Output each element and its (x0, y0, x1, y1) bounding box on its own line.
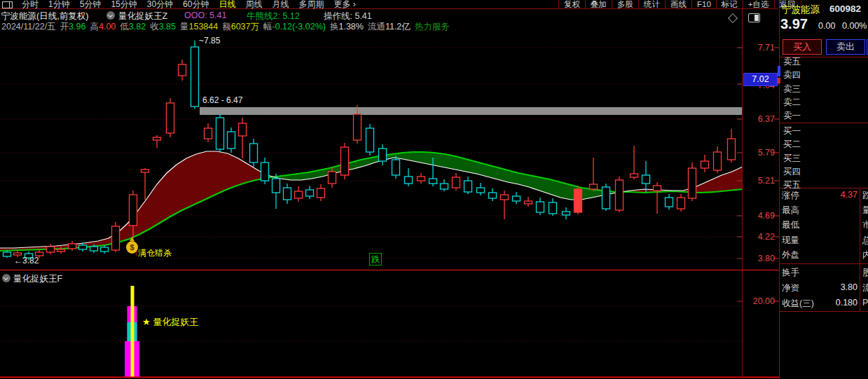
y-axis-label: 6.37 (745, 114, 775, 124)
right-toolbar: 复权叠加多股统计画线F10标记+自选返回 (558, 0, 801, 8)
stat-label-clipped: 流 (862, 282, 868, 294)
indicator-value-operation: 操作线: 5.41 (324, 11, 372, 22)
gray-resistance-bar (200, 107, 742, 115)
y-axis-label: 5.79 (745, 148, 775, 158)
order-book-blue-tick (778, 66, 780, 76)
sub-axis-label: 20.00 (745, 296, 775, 306)
stat-label: 涨停 (782, 190, 799, 202)
gap-range-annotation: 6.62 - 6.47 (202, 95, 242, 105)
period-tab[interactable]: 15分钟 (111, 0, 137, 9)
period-tab[interactable]: 分时 (22, 0, 39, 9)
y-axis-label: 4.69 (745, 211, 775, 221)
period-tab[interactable]: 月线 (272, 0, 289, 9)
toolbar-button[interactable]: 叠加 (585, 0, 612, 8)
indicator-value-ooo: OOO: 5.41 (184, 11, 226, 20)
indicator-value-bull-bear: 牛熊线2: 5.12 (247, 11, 300, 22)
full-position-signal-label: ↑满仓猎杀 (134, 247, 172, 259)
quote-field: 高4.00 (90, 22, 116, 32)
stat-value: 0.180 (806, 298, 857, 308)
fall-marker-badge: 跌 (369, 253, 382, 266)
grid-lines (0, 48, 742, 341)
period-tab[interactable]: 周线 (245, 0, 262, 9)
order-book-red-tick (778, 78, 780, 83)
indicator-name[interactable]: 量化捉妖王Z (118, 11, 167, 22)
indicator-bars (125, 286, 139, 377)
sub-indicator-name[interactable]: 量化捉妖王F (13, 273, 62, 285)
candlesticks[interactable] (4, 41, 736, 260)
main-chart-canvas[interactable] (0, 0, 868, 379)
sub-indicator-dropdown-icon[interactable] (2, 274, 11, 282)
stat-label-clipped: P (862, 298, 868, 308)
tdx-stock-app-window: 分时1分钟5分钟15分钟30分钟60分钟日线周线月线多周期更多 › 复权叠加多股… (0, 0, 868, 379)
toolbar-button[interactable]: 多股 (612, 0, 638, 8)
indicator-dropdown-icon[interactable] (106, 11, 115, 20)
period-tab[interactable]: 更多 › (333, 0, 355, 9)
period-tab[interactable]: 多周期 (298, 0, 324, 9)
stat-label: 换手 (782, 267, 799, 279)
quote-field: 流通11.2亿 (368, 22, 411, 32)
quote-field: 幅-0.12(-3.02%) (263, 22, 326, 32)
bid-level-row[interactable]: 买一 (783, 125, 801, 137)
last-price: 3.97 (780, 16, 808, 32)
stat-label: 最高 (782, 205, 799, 216)
price-change: 0.00 (818, 21, 835, 31)
stat-label-clipped: 市 (862, 219, 868, 231)
quote-field: 2024/11/22/五 (1, 22, 56, 32)
window-icon[interactable] (2, 1, 13, 8)
buy-button[interactable]: 买入 (783, 39, 822, 55)
sub-chart-signal-label: ★ 量化捉妖王 (142, 316, 198, 329)
stat-label-clipped: 内 (862, 249, 868, 261)
y-axis-label: 4.22 (745, 232, 775, 242)
y-axis-label: 5.21 (745, 176, 775, 186)
low-price-annotation: ←3.82 (14, 256, 39, 266)
toolbar-button[interactable]: 复权 (558, 0, 585, 8)
stat-label-clipped: 跌 (862, 190, 868, 202)
y-axis-label: 3.80 (745, 254, 775, 263)
toolbar-button[interactable]: F10 (691, 0, 716, 8)
stat-value: 3.80 (806, 282, 857, 292)
stat-label: 现量 (782, 235, 799, 247)
toolbar-button[interactable]: +自选 (743, 0, 774, 8)
quote-field: 收3.85 (150, 22, 176, 32)
high-price-annotation: ~7.85 (199, 36, 220, 46)
quote-field: 量153844 (180, 22, 218, 32)
sell-button[interactable]: 卖出 (826, 39, 865, 55)
current-price-badge: 7.02 (743, 73, 778, 86)
stat-label-clipped: 总 (862, 235, 868, 247)
period-tab[interactable]: 日线 (219, 0, 235, 9)
daily-quote-info-bar: 2024/11/22/五开3.96高4.00低3.82收3.85量153844额… (1, 22, 450, 32)
quote-field: 额6037万 (222, 22, 259, 32)
period-tab[interactable]: 5分钟 (80, 0, 102, 9)
toolbar-button[interactable]: 统计 (638, 0, 665, 8)
stat-value: 4.37 (806, 190, 857, 200)
toolbar-button[interactable]: 标记 (716, 0, 743, 8)
y-axis-label: 7.71 (745, 43, 775, 53)
bid-level-row[interactable]: 买四 (783, 166, 801, 178)
period-menu: 分时1分钟5分钟15分钟30分钟60分钟日线周线月线多周期更多 › (22, 0, 356, 9)
toolbar-button[interactable]: 画线 (665, 0, 691, 8)
bid-level-row[interactable]: 买二 (783, 139, 801, 151)
ask-level-row[interactable]: 卖一 (783, 110, 801, 122)
stat-label-clipped: 量 (862, 205, 868, 216)
period-tab[interactable]: 30分钟 (147, 0, 173, 9)
panel-toggle-icon[interactable] (748, 13, 760, 22)
quote-field: 低3.82 (120, 22, 146, 32)
quote-field: 热力服务 (415, 22, 450, 32)
stat-label: 外盘 (782, 249, 799, 261)
stat-label: 最低 (782, 219, 799, 231)
period-tab[interactable]: 60分钟 (183, 0, 209, 9)
period-tab[interactable]: 1分钟 (48, 0, 70, 9)
stat-label-clipped: 股 (862, 267, 868, 279)
ask-level-row[interactable]: 卖四 (783, 69, 801, 81)
price-change-percent: 0.00% (842, 21, 867, 31)
instrument-title: 宁波能源(日线,前复权) (1, 11, 88, 22)
bid-level-row[interactable]: 买三 (783, 153, 801, 165)
stock-code: 600982 (829, 4, 861, 14)
stock-name[interactable]: 宁波能源 (782, 4, 820, 16)
ask-level-row[interactable]: 卖五 (783, 56, 801, 68)
quote-field: 换1.38% (330, 22, 364, 32)
stat-label: 净资 (782, 282, 799, 294)
ask-level-row[interactable]: 卖二 (783, 97, 801, 109)
ask-level-row[interactable]: 卖三 (783, 83, 801, 95)
quote-field: 开3.96 (60, 22, 86, 32)
